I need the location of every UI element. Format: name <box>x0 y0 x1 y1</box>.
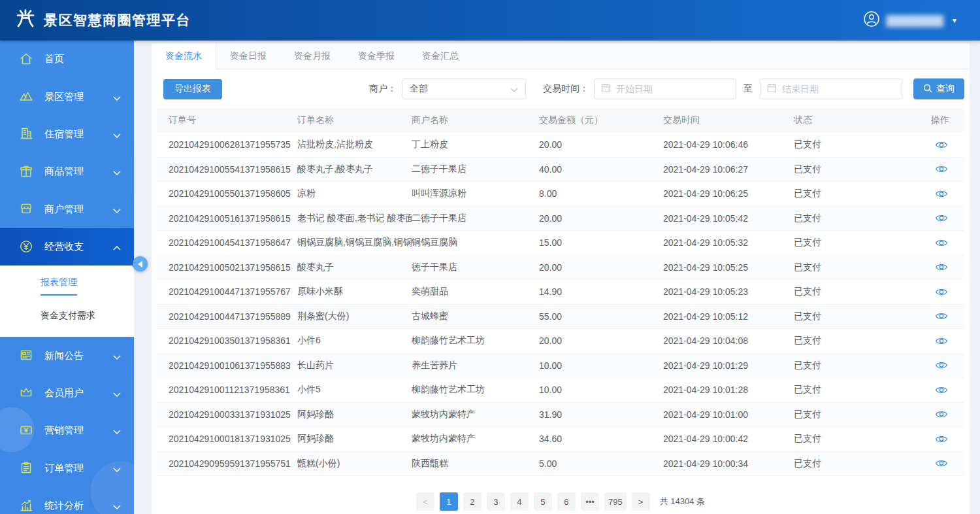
sidebar-item-orders[interactable]: 订单管理 <box>0 450 134 487</box>
sidebar-collapse-handle[interactable] <box>133 256 148 271</box>
cell-time: 2021-04-29 10:06:27 <box>663 164 794 175</box>
end-date-field[interactable] <box>760 78 902 99</box>
sidebar-item-news[interactable]: 新闻公告 <box>0 337 134 374</box>
eye-icon[interactable] <box>935 410 948 419</box>
sidebar-item-marketing[interactable]: 营销管理 <box>0 412 134 449</box>
pagination-pages: 123456•••795 <box>440 492 627 511</box>
sidebar-item-lodging[interactable]: 住宿管理 <box>0 116 134 153</box>
table-row: 202104291001061371955883 长山药片 养生苦荞片 10.0… <box>157 354 964 379</box>
sidebar-item-statistics[interactable]: 统计分析 <box>0 487 134 514</box>
cell-order-no: 202104291003501371958361 <box>157 335 297 346</box>
cell-actions <box>931 312 964 320</box>
next-page-button[interactable]: > <box>632 492 650 511</box>
cell-actions <box>931 141 964 149</box>
cell-time: 2021-04-29 10:05:32 <box>663 237 794 248</box>
cell-order-name: 老书记 酸枣面,老书记 酸枣面 <box>297 213 412 224</box>
eye-icon[interactable] <box>935 361 948 369</box>
cell-order-name: 阿妈珍酪 <box>297 433 412 445</box>
page-button[interactable]: 3 <box>487 492 505 511</box>
sidebar-item-label: 会员用户 <box>44 387 84 400</box>
submenu-item-fund-payment[interactable]: 资金支付需求 <box>0 301 134 330</box>
sidebar-item-finance[interactable]: 经营收支 <box>0 228 134 266</box>
cell-status: 已支付 <box>794 262 931 273</box>
eye-icon[interactable] <box>935 386 948 394</box>
cell-order-name: 铜锅豆腐脑,铜锅豆腐脑,铜锅... <box>297 237 412 248</box>
trade-time-label: 交易时间： <box>543 83 589 95</box>
eye-icon[interactable] <box>935 263 948 271</box>
submenu-item-report-management[interactable]: 报表管理 <box>0 271 134 301</box>
page-button[interactable]: 5 <box>534 492 552 511</box>
eye-icon[interactable] <box>935 141 948 149</box>
cell-time: 2021-04-29 10:01:28 <box>663 385 794 395</box>
cell-status: 已支付 <box>794 360 931 371</box>
cell-amount: 40.00 <box>539 164 663 175</box>
search-button[interactable]: 查询 <box>913 78 964 99</box>
finance-submenu: 报表管理 资金支付需求 <box>0 266 134 337</box>
tab-fund-monthly[interactable]: 资金月报 <box>280 43 344 69</box>
cell-actions <box>931 239 964 247</box>
cell-time: 2021-04-29 10:04:08 <box>663 335 794 346</box>
page-button[interactable]: 2 <box>463 492 482 511</box>
cell-actions <box>931 288 964 296</box>
page-button[interactable]: 1 <box>440 492 458 511</box>
export-report-button[interactable]: 导出报表 <box>163 79 222 99</box>
merchant-select[interactable]: 全部 <box>402 78 526 99</box>
cell-actions <box>931 337 964 345</box>
eye-icon[interactable] <box>935 312 948 320</box>
coupon-icon <box>19 423 35 439</box>
cell-order-name: 小件5 <box>297 384 412 396</box>
cell-amount: 10.00 <box>539 360 663 371</box>
end-date-input[interactable] <box>782 84 895 94</box>
sidebar-item-label: 首页 <box>44 53 64 65</box>
eye-icon[interactable] <box>935 165 948 173</box>
sidebar-item-label: 新闻公告 <box>44 350 84 362</box>
table-row: 202104291001121371958361 小件5 柳韵藤竹艺术工坊 10… <box>157 378 964 403</box>
eye-icon[interactable] <box>935 214 948 222</box>
page-button[interactable]: 4 <box>510 492 529 511</box>
sidebar-item-goods[interactable]: 商品管理 <box>0 153 134 190</box>
sidebar-item-scenic[interactable]: 景区管理 <box>0 78 134 115</box>
sidebar-item-members[interactable]: 会员用户 <box>0 375 134 412</box>
tab-fund-summary[interactable]: 资金汇总 <box>408 43 472 69</box>
eye-icon[interactable] <box>935 435 948 443</box>
cell-time: 2021-04-29 10:05:25 <box>663 262 794 273</box>
start-date-field[interactable] <box>594 78 736 99</box>
cell-status: 已支付 <box>794 335 931 347</box>
col-time: 交易时间 <box>663 114 794 126</box>
cell-amount: 34.60 <box>539 434 663 444</box>
start-date-input[interactable] <box>616 84 729 94</box>
eye-icon[interactable] <box>935 288 948 296</box>
cell-actions <box>931 190 964 198</box>
tab-fund-daily[interactable]: 资金日报 <box>216 43 280 69</box>
search-icon <box>923 84 932 95</box>
cell-time: 2021-04-29 10:06:46 <box>663 139 794 150</box>
transactions-table: 订单号 订单名称 商户名称 交易金额（元） 交易时间 状态 操作 2021042… <box>157 108 964 476</box>
cell-merchant-name: 养生苦荞片 <box>412 360 539 371</box>
chevron-up-icon <box>113 241 121 252</box>
eye-icon[interactable] <box>935 239 948 247</box>
eye-icon[interactable] <box>935 337 948 345</box>
content-card: 资金流水 资金日报 资金月报 资金季报 资金汇总 导出报表 商户： 全部 交易时… <box>152 43 970 514</box>
page-button[interactable]: 6 <box>557 492 576 511</box>
app-root: 景区智慧商圈管理平台 █████████ ▼ 首页 <box>0 0 980 514</box>
eye-icon[interactable] <box>935 190 948 198</box>
cell-time: 2021-04-29 10:00:42 <box>663 434 794 444</box>
table-row: 202104291005501371958605 凉粉 叫叫浑源凉粉 8.00 … <box>157 182 964 207</box>
cell-time: 2021-04-29 10:05:12 <box>663 311 794 322</box>
cell-status: 已支付 <box>794 458 931 470</box>
sidebar-item-home[interactable]: 首页 <box>0 41 134 78</box>
page-ellipsis-button[interactable]: ••• <box>581 492 599 511</box>
page-button[interactable]: 795 <box>604 492 627 511</box>
chevron-down-icon <box>510 83 518 95</box>
submenu-item-label: 资金支付需求 <box>41 310 95 322</box>
user-menu[interactable]: █████████ ▼ <box>863 10 966 30</box>
cell-order-no: 202104291005161371958615 <box>157 213 297 224</box>
cell-amount: 20.00 <box>539 139 663 150</box>
cell-actions <box>931 214 964 222</box>
tab-fund-flow[interactable]: 资金流水 <box>152 43 216 69</box>
tab-fund-quarterly[interactable]: 资金季报 <box>344 43 408 69</box>
eye-icon[interactable] <box>935 459 948 468</box>
prev-page-button[interactable]: < <box>416 492 434 511</box>
table-row: 202104291004541371958647 铜锅豆腐脑,铜锅豆腐脑,铜锅.… <box>157 231 964 256</box>
sidebar-item-merchant[interactable]: 商户管理 <box>0 191 134 228</box>
